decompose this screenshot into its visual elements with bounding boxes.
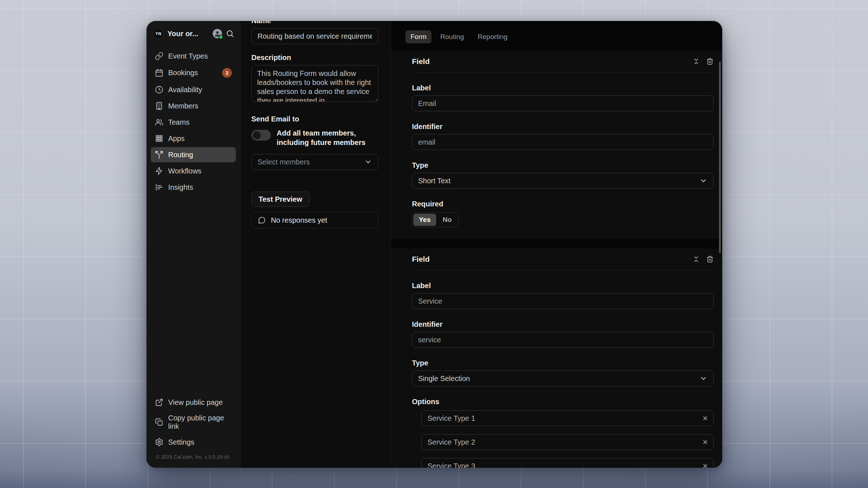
sidebar-item-bookings[interactable]: Bookings 3 — [151, 65, 236, 81]
options-label: Options — [412, 398, 714, 406]
toggle-knob — [253, 131, 261, 139]
responses-empty-state: No responses yet — [251, 212, 378, 228]
sidebar-header: YN Your or... — [146, 21, 240, 43]
sidebar-item-label: Workflows — [168, 167, 201, 175]
scrollbar-thumb[interactable] — [719, 61, 721, 253]
sidebar-item-label: Availability — [168, 86, 202, 94]
copy-public-page-link[interactable]: Copy public page link — [151, 411, 236, 434]
view-public-page-link[interactable]: View public page — [151, 395, 236, 410]
form-settings-panel: Name Description This Routing Form would… — [241, 21, 391, 468]
tab-routing[interactable]: Routing — [435, 30, 469, 43]
presence-dot — [218, 35, 223, 39]
sidebar-item-apps[interactable]: Apps — [151, 131, 236, 146]
type-label: Type — [412, 359, 714, 367]
sidebar-item-event-types[interactable]: Event Types — [151, 48, 236, 64]
send-email-to-label: Send Email to — [251, 115, 378, 123]
users-icon — [155, 118, 163, 127]
form-builder-panel: Form Routing Reporting Field Label — [391, 21, 722, 468]
clock-icon — [155, 85, 163, 94]
divider — [412, 72, 714, 73]
chevron-down-icon — [699, 177, 707, 185]
options-list — [421, 410, 714, 468]
grid-icon — [155, 134, 163, 143]
option-input[interactable] — [421, 434, 714, 450]
sidebar-item-availability[interactable]: Availability — [151, 82, 236, 97]
test-preview-button[interactable]: Test Preview — [251, 192, 310, 207]
bookings-count-badge: 3 — [222, 68, 232, 78]
sidebar-item-teams[interactable]: Teams — [151, 115, 236, 130]
app-window: YN Your or... Event Types — [146, 21, 722, 468]
split-icon — [155, 150, 163, 159]
sidebar-item-workflows[interactable]: Workflows — [151, 163, 236, 179]
remove-option-icon[interactable] — [702, 439, 709, 445]
remove-option-icon[interactable] — [702, 415, 709, 421]
collapse-field-icon[interactable] — [693, 58, 700, 65]
gear-icon — [155, 438, 163, 446]
chevron-down-icon — [364, 158, 372, 166]
footer-item-label: Copy public page link — [168, 414, 232, 431]
select-members-dropdown[interactable]: Select members — [251, 154, 378, 170]
search-icon[interactable] — [226, 29, 234, 38]
add-all-members-toggle[interactable] — [251, 130, 271, 141]
option-input[interactable] — [421, 458, 714, 468]
field-type-dropdown[interactable]: Single Selection — [412, 371, 714, 386]
field-label-input[interactable] — [412, 95, 714, 111]
required-label: Required — [412, 200, 714, 208]
identifier-label: Identifier — [412, 320, 714, 329]
field-card-title: Field — [412, 255, 430, 264]
page-background: { "colors": { "badge_bg": "#9c4a2b", "pr… — [0, 0, 868, 488]
sidebar-item-label: Teams — [168, 118, 190, 127]
field-card-service: Field Label Identifier Type — [391, 248, 722, 468]
identifier-label: Identifier — [412, 123, 714, 131]
type-label: Type — [412, 161, 714, 170]
field-card-actions — [693, 58, 714, 65]
required-no-option[interactable]: No — [437, 214, 457, 226]
remove-option-icon[interactable] — [702, 463, 709, 468]
sidebar-item-label: Routing — [168, 151, 193, 159]
option-input[interactable] — [421, 410, 714, 426]
field-type-value: Short Text — [418, 177, 699, 185]
sidebar-item-members[interactable]: Members — [151, 98, 236, 114]
link-icon — [155, 52, 163, 60]
collapse-field-icon[interactable] — [693, 256, 700, 263]
add-all-members-label: Add all team members, including future m… — [277, 128, 378, 147]
delete-field-icon[interactable] — [706, 58, 714, 65]
org-avatar[interactable]: YN — [153, 28, 164, 39]
option-row — [421, 458, 714, 468]
select-members-placeholder: Select members — [258, 158, 364, 166]
bar-chart-icon — [155, 183, 163, 192]
responses-empty-text: No responses yet — [271, 216, 327, 224]
building-icon — [155, 102, 163, 110]
add-all-members-row: Add all team members, including future m… — [251, 128, 378, 147]
org-name[interactable]: Your or... — [167, 30, 209, 38]
name-label: Name — [251, 21, 378, 25]
field-identifier-input[interactable] — [412, 332, 714, 348]
copyright-text: © 2025 Cal.com, Inc. v.5.0.18-sh — [151, 450, 236, 466]
form-description-textarea[interactable]: This Routing Form would allow leads/book… — [251, 65, 378, 102]
sidebar-nav: Event Types Bookings 3 Availability Memb… — [146, 43, 240, 195]
external-link-icon — [155, 398, 163, 407]
sidebar-item-label: Insights — [168, 183, 193, 192]
field-label-input[interactable] — [412, 293, 714, 309]
required-yes-option[interactable]: Yes — [413, 214, 436, 226]
option-row — [421, 410, 714, 426]
zap-icon — [155, 167, 163, 175]
settings-link[interactable]: Settings — [151, 435, 236, 450]
sidebar-item-insights[interactable]: Insights — [151, 180, 236, 195]
description-label: Description — [251, 53, 378, 62]
message-circle-icon — [258, 216, 266, 224]
field-type-dropdown[interactable]: Short Text — [412, 173, 714, 189]
tab-reporting[interactable]: Reporting — [473, 30, 512, 43]
field-card-email: Field Label Identifier Type — [391, 51, 722, 239]
sidebar-item-routing[interactable]: Routing — [151, 147, 236, 162]
field-identifier-input[interactable] — [412, 134, 714, 150]
footer-item-label: Settings — [168, 438, 194, 446]
form-name-input[interactable] — [251, 28, 378, 44]
delete-field-icon[interactable] — [706, 256, 714, 263]
tab-form[interactable]: Form — [405, 30, 431, 43]
sidebar-item-label: Members — [168, 102, 198, 110]
calendar-icon — [155, 69, 163, 77]
user-avatar[interactable] — [213, 29, 222, 38]
field-type-value: Single Selection — [418, 374, 699, 383]
copy-icon — [155, 418, 163, 427]
